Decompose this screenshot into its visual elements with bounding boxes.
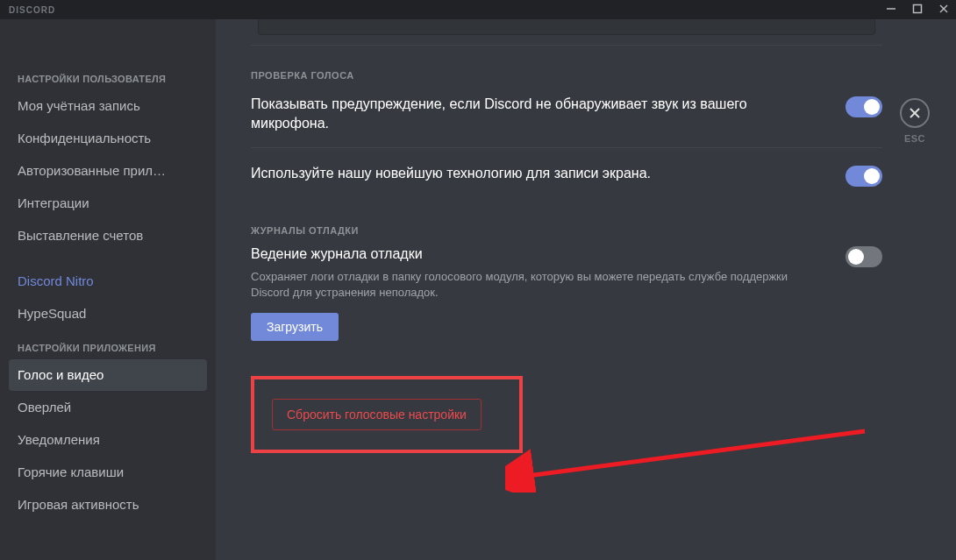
- close-window-icon[interactable]: [938, 2, 949, 18]
- sidebar-item-notifications[interactable]: Уведомления: [9, 424, 207, 456]
- window-controls: [886, 2, 949, 18]
- sidebar-item-voice-video[interactable]: Голос и видео: [9, 359, 207, 391]
- maximize-icon[interactable]: [912, 2, 923, 18]
- svg-rect-1: [914, 5, 922, 13]
- close-settings: ESC: [900, 98, 930, 144]
- setting-warn-no-mic: Показывать предупреждение, если Discord …: [251, 89, 882, 147]
- minimize-icon[interactable]: [886, 2, 896, 18]
- sidebar-item-nitro[interactable]: Discord Nitro: [9, 266, 207, 297]
- sidebar-item-billing[interactable]: Выставление счетов: [9, 220, 207, 252]
- reset-voice-highlight-box: Сбросить голосовые настройки: [251, 376, 523, 453]
- sidebar-item-game-activity[interactable]: Игровая активность: [9, 489, 207, 521]
- settings-content: ПРОВЕРКА ГОЛОСА Показывать предупреждени…: [216, 19, 956, 560]
- app-brand: DISCORD: [9, 5, 55, 15]
- section-voice-check: ПРОВЕРКА ГОЛОСА: [251, 70, 882, 81]
- toggle-warn-no-mic[interactable]: [845, 96, 882, 117]
- reset-voice-settings-button[interactable]: Сбросить голосовые настройки: [272, 399, 482, 430]
- sidebar-item-authorized-apps[interactable]: Авторизованные прил…: [9, 155, 207, 187]
- sidebar-item-account[interactable]: Моя учётная запись: [9, 90, 207, 122]
- setting-debug-label: Ведение журнала отладки: [251, 245, 824, 264]
- scrolled-content-edge: [251, 19, 882, 46]
- sidebar-item-integrations[interactable]: Интеграции: [9, 188, 207, 219]
- sidebar-item-keybinds[interactable]: Горячие клавиши: [9, 457, 207, 488]
- sidebar-header-app: НАСТРОЙКИ ПРИЛОЖЕНИЯ: [9, 330, 207, 358]
- setting-new-capture-label: Используйте нашу новейшую технологию для…: [251, 164, 824, 183]
- section-debug-logs: ЖУРНАЛЫ ОТЛАДКИ: [251, 225, 882, 236]
- close-settings-button[interactable]: [900, 98, 930, 128]
- sidebar-header-user: НАСТРОЙКИ ПОЛЬЗОВАТЕЛЯ: [9, 61, 207, 89]
- close-icon: [908, 106, 922, 120]
- setting-warn-no-mic-label: Показывать предупреждение, если Discord …: [251, 95, 824, 133]
- setting-debug-desc: Сохраняет логи отладки в папку голосовог…: [251, 269, 824, 301]
- setting-debug-logging: Ведение журнала отладки Сохраняет логи о…: [251, 245, 882, 355]
- sidebar-item-overlay[interactable]: Оверлей: [9, 392, 207, 423]
- settings-sidebar: НАСТРОЙКИ ПОЛЬЗОВАТЕЛЯ Моя учётная запис…: [0, 19, 216, 560]
- titlebar: DISCORD: [0, 0, 956, 19]
- sidebar-item-privacy[interactable]: Конфиденциальность: [9, 123, 207, 154]
- toggle-debug-logging[interactable]: [845, 246, 882, 267]
- close-esc-label: ESC: [904, 133, 925, 144]
- toggle-new-capture[interactable]: [845, 166, 882, 187]
- download-logs-button[interactable]: Загрузить: [251, 313, 339, 341]
- sidebar-item-hypesquad[interactable]: HypeSquad: [9, 298, 207, 330]
- setting-new-capture-tech: Используйте нашу новейшую технологию для…: [251, 147, 882, 201]
